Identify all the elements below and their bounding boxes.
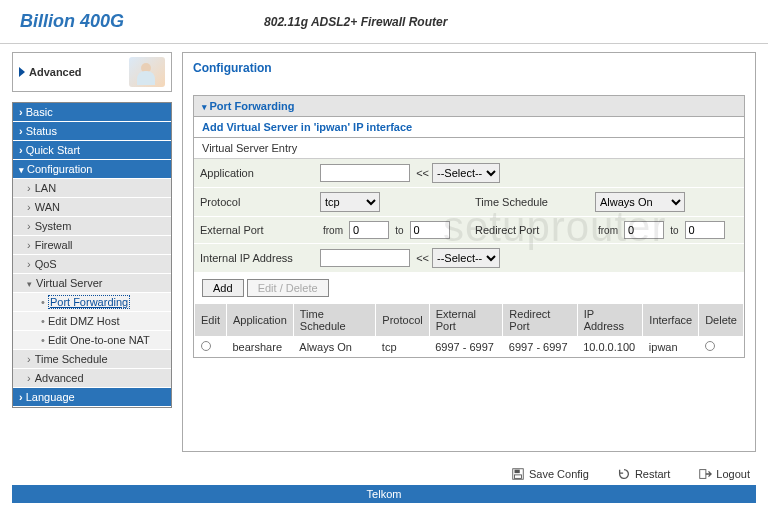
external-port-label: External Port [194,217,314,244]
logout-button[interactable]: Logout [698,467,750,481]
restart-icon [617,467,631,481]
nav-basic[interactable]: Basic [13,103,171,122]
operator-avatar [129,57,165,87]
col-ext: External Port [429,304,503,337]
select-btn-label: << [416,167,429,179]
brand-title: Billion 400G [20,11,124,32]
nav-advanced[interactable]: Advanced [13,369,171,388]
footer-actions: Save Config Restart Logout [511,467,750,481]
timesched-label: Time Schedule [469,188,589,217]
svg-rect-1 [514,470,519,474]
svg-rect-2 [514,475,521,479]
svg-rect-3 [700,470,706,479]
col-del: Delete [699,304,744,337]
add-button[interactable]: Add [202,279,244,297]
nav-system[interactable]: System [13,217,171,236]
entry-label: Virtual Server Entry [194,138,744,159]
col-ip: IP Address [577,304,643,337]
nav-status[interactable]: Status [13,122,171,141]
cell-red: 6997 - 6997 [503,337,577,358]
table-header-row: Edit Application Time Schedule Protocol … [195,304,744,337]
chevron-right-icon [19,67,25,77]
intip-input[interactable] [320,249,410,267]
page-title: Configuration [193,61,745,75]
nav-quickstart[interactable]: Quick Start [13,141,171,160]
footer-brand-bar: Telkom [12,485,756,503]
mode-tab[interactable]: Advanced [12,52,172,92]
nav-wan[interactable]: WAN [13,198,171,217]
col-ts: Time Schedule [293,304,376,337]
nav-lan[interactable]: LAN [13,179,171,198]
logout-icon [698,467,712,481]
save-icon [511,467,525,481]
brand-subtitle: 802.11g ADSL2+ Firewall Router [264,15,447,29]
cell-ext: 6997 - 6997 [429,337,503,358]
ext-from-input[interactable] [349,221,389,239]
nav-firewall[interactable]: Firewall [13,236,171,255]
app-header: Billion 400G 802.11g ADSL2+ Firewall Rou… [0,0,768,44]
application-select[interactable]: --Select-- [432,163,500,183]
cell-iface: ipwan [643,337,699,358]
internal-ip-label: Internal IP Address [194,244,314,273]
intip-select[interactable]: --Select-- [432,248,500,268]
application-label: Application [194,159,314,188]
nav-qos[interactable]: QoS [13,255,171,274]
form-table: Application << --Select-- Protocol tcp T… [194,159,744,273]
cell-ip: 10.0.0.100 [577,337,643,358]
nav-one-to-one-nat[interactable]: Edit One-to-one NAT [13,331,171,350]
table-row: bearshare Always On tcp 6997 - 6997 6997… [195,337,744,358]
nav-configuration[interactable]: Configuration [13,160,171,179]
timesched-select[interactable]: Always On [595,192,685,212]
content-panel: Configuration setuprouter Port Forwardin… [182,52,756,452]
nav-menu: Basic Status Quick Start Configuration L… [12,102,172,408]
redirect-port-label: Redirect Port [469,217,589,244]
nav-time-schedule[interactable]: Time Schedule [13,350,171,369]
col-red: Redirect Port [503,304,577,337]
section-subtitle: Add Virtual Server in 'ipwan' IP interfa… [194,117,744,138]
protocol-label: Protocol [194,188,314,217]
nav-dmz-host[interactable]: Edit DMZ Host [13,312,171,331]
ext-to-input[interactable] [410,221,450,239]
entries-table: Edit Application Time Schedule Protocol … [194,303,744,357]
col-iface: Interface [643,304,699,337]
col-edit: Edit [195,304,227,337]
main-layout: Advanced Basic Status Quick Start Config… [0,44,768,452]
mode-tab-label: Advanced [29,66,82,78]
section-header[interactable]: Port Forwarding [194,96,744,117]
red-to-input[interactable] [685,221,725,239]
edit-delete-button: Edit / Delete [247,279,329,297]
save-config-button[interactable]: Save Config [511,467,589,481]
delete-radio[interactable] [705,341,715,351]
col-proto: Protocol [376,304,429,337]
button-row: Add Edit / Delete [194,273,744,303]
port-forwarding-section: Port Forwarding Add Virtual Server in 'i… [193,95,745,358]
nav-port-forwarding[interactable]: Port Forwarding [13,293,171,312]
restart-button[interactable]: Restart [617,467,670,481]
col-app: Application [226,304,293,337]
nav-language[interactable]: Language [13,388,171,407]
protocol-select[interactable]: tcp [320,192,380,212]
cell-proto: tcp [376,337,429,358]
cell-ts: Always On [293,337,376,358]
red-from-input[interactable] [624,221,664,239]
cell-app: bearshare [226,337,293,358]
application-input[interactable] [320,164,410,182]
edit-radio[interactable] [201,341,211,351]
sidebar: Advanced Basic Status Quick Start Config… [12,52,172,452]
nav-virtual-server[interactable]: Virtual Server [13,274,171,293]
